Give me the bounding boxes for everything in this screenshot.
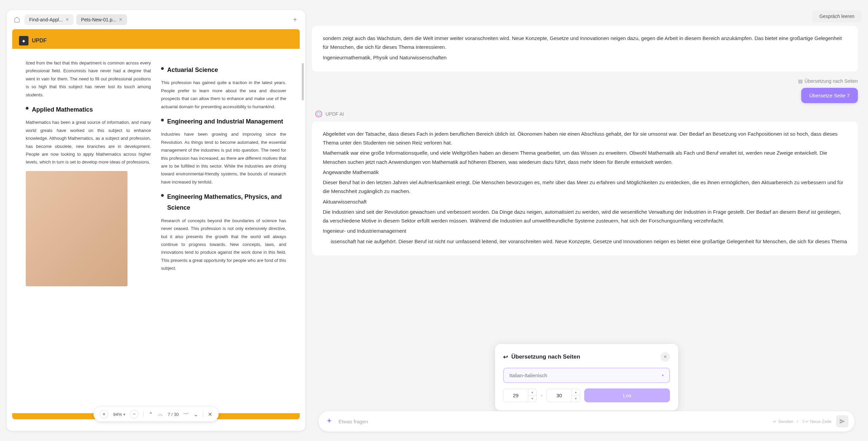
page-content: lized from the fact that this department… (12, 49, 300, 296)
section-heading: Actuarial Science (161, 64, 286, 75)
hint-separator: / (797, 419, 798, 424)
tab-title: Pets-New-01.p... (81, 17, 116, 22)
svg-point-1 (317, 112, 320, 115)
message-text: issenschaft hat nie aufgehört. Dieser Be… (323, 237, 847, 246)
document-icon: ▤ (798, 78, 803, 84)
stepper-group: ▲ ▼ (528, 389, 536, 402)
message-text: Mathematik war eine große Informationsqu… (323, 149, 847, 167)
to-page-field[interactable] (547, 389, 571, 402)
chat-top-bar: Gespräch leeren (312, 10, 861, 22)
clear-conversation-button[interactable]: Gespräch leeren (812, 10, 861, 22)
send-button[interactable] (836, 415, 848, 427)
tab-title: Find-and-Appl... (29, 17, 63, 22)
page-range-row: ▲ ▼ - ▲ ▼ Los (503, 388, 670, 402)
tab-bar: Find-and-Appl... × Pets-New-01.p... × + (7, 10, 305, 29)
bullet-icon (161, 67, 164, 70)
popup-header: ↩ Übersetzung nach Seiten × (503, 352, 670, 362)
first-page-icon[interactable]: ⌃ (149, 411, 153, 418)
close-icon[interactable]: × (66, 17, 69, 22)
close-icon[interactable]: × (660, 352, 670, 362)
assistant-message: Abgeleitet von der Tatsache, dass dieses… (312, 121, 858, 255)
step-down-icon[interactable]: ▼ (528, 396, 536, 402)
go-button[interactable]: Los (584, 388, 670, 402)
ai-header: UPDF AI (312, 110, 858, 118)
ai-name: UPDF AI (326, 111, 344, 117)
paragraph: Research of concepts beyond the boundari… (161, 217, 286, 272)
divider (143, 411, 144, 417)
popup-title: ↩ Übersetzung nach Seiten (503, 353, 580, 361)
zoom-out-button[interactable]: − (130, 410, 139, 419)
input-hints: ↵ Senden / ⇧↵ Neue Zeile (773, 419, 831, 424)
tab-find-and-apply[interactable]: Find-and-Appl... × (24, 14, 74, 25)
next-page-icon[interactable]: ﹀ (183, 411, 189, 418)
translation-popup: ↩ Übersetzung nach Seiten × Italian-Ital… (495, 344, 678, 410)
step-up-icon[interactable]: ▲ (572, 389, 580, 396)
last-page-icon[interactable]: ⌄ (194, 411, 198, 418)
home-icon[interactable] (12, 15, 22, 24)
bullet-icon (161, 119, 164, 121)
sparkle-icon[interactable] (325, 417, 334, 426)
page-toolbar: + 94% ▾ − ⌃ ︿ 7 / 30 ﹀ ⌄ ✕ (94, 407, 219, 421)
from-page-input: ▲ ▼ (503, 389, 537, 402)
translation-meta: ▤ Übersetzung nach Seiten (798, 78, 858, 84)
tab-pets-new[interactable]: Pets-New-01.p... × (76, 14, 127, 25)
zoom-value: 94% (113, 412, 122, 417)
message-text: Die Industrien sind seit der Revolution … (323, 208, 847, 226)
message-text: Angewandte Mathematik (323, 168, 847, 177)
heading-text: Engineering Mathematics, Physics, and Sc… (167, 191, 286, 213)
selected-language: Italian-Italienisch (509, 372, 547, 378)
step-down-icon[interactable]: ▼ (572, 396, 580, 402)
divider (203, 411, 203, 417)
bullet-icon (161, 194, 164, 197)
current-page: 7 (168, 412, 170, 417)
scrollbar-vertical[interactable] (302, 63, 304, 100)
column-left: lized from the fact that this department… (26, 59, 151, 286)
range-separator: - (541, 392, 542, 399)
section-heading: Applied Mathematics (26, 104, 151, 115)
message-text: Abgeleitet von der Tatsache, dass dieses… (323, 130, 847, 148)
zoom-in-button[interactable]: + (100, 410, 108, 419)
paragraph: Mathematics has been a great source of i… (26, 118, 151, 166)
updf-ai-logo-icon (315, 110, 323, 118)
chevron-down-icon: ▾ (123, 413, 125, 416)
from-page-field[interactable] (504, 389, 528, 402)
to-page-input: ▲ ▼ (547, 389, 580, 402)
stepper-group: ▲ ▼ (571, 389, 580, 402)
document-viewer: ◈ UPDF lized from the fact that this dep… (7, 29, 305, 431)
paragraph: lized from the fact that this department… (26, 59, 151, 99)
message-text: Ingenieur- und Industriemanagement (323, 227, 847, 235)
chat-input[interactable] (338, 419, 768, 424)
assistant-message: sondern zeigt auch das Wachstum, dem die… (312, 26, 858, 72)
heading-text: Engineering and Industrial Management (167, 116, 283, 127)
meta-label: Übersetzung nach Seiten (805, 78, 858, 84)
paragraph: This profession has gained quite a tract… (161, 79, 286, 111)
send-hint: ↵ Senden (773, 419, 793, 424)
heading-text: Actuarial Science (167, 64, 218, 75)
step-up-icon[interactable]: ▲ (528, 389, 536, 396)
user-action-block: ▤ Übersetzung nach Seiten Übersetze Seit… (312, 78, 858, 103)
updf-header: ◈ UPDF (12, 33, 300, 49)
add-tab-button[interactable]: + (290, 15, 300, 24)
message-text: Aktuarwissenschaft (323, 197, 847, 206)
close-toolbar-icon[interactable]: ✕ (208, 411, 212, 418)
message-text: sondern zeigt auch das Wachstum, dem die… (323, 34, 847, 52)
translate-page-button[interactable]: Übersetze Seite 7 (801, 88, 858, 103)
zoom-level[interactable]: 94% ▾ (113, 412, 125, 417)
message-text: Ingenieurmathematik, Physik und Naturwis… (323, 53, 847, 62)
updf-logo-icon: ◈ (19, 36, 28, 45)
prev-page-icon[interactable]: ︿ (158, 411, 163, 418)
document-page: ◈ UPDF lized from the fact that this dep… (12, 29, 300, 419)
document-panel: Find-and-Appl... × Pets-New-01.p... × + … (7, 10, 305, 431)
total-pages: 30 (174, 412, 179, 417)
column-right: Actuarial Science This profession has ga… (161, 59, 286, 286)
updf-brand: UPDF (32, 38, 47, 44)
chevron-down-icon: ▾ (662, 373, 664, 378)
chat-panel: Gespräch leeren sondern zeigt auch das W… (305, 0, 868, 441)
page-indicator[interactable]: 7 / 30 (168, 412, 179, 417)
close-icon[interactable]: × (119, 17, 122, 22)
page-decoration (12, 29, 300, 33)
language-select[interactable]: Italian-Italienisch ▾ (503, 368, 670, 383)
heading-text: Applied Mathematics (32, 104, 93, 115)
chat-input-bar: ↵ Senden / ⇧↵ Neue Zeile (319, 411, 854, 432)
newline-hint: ⇧↵ Neue Zeile (802, 419, 832, 424)
